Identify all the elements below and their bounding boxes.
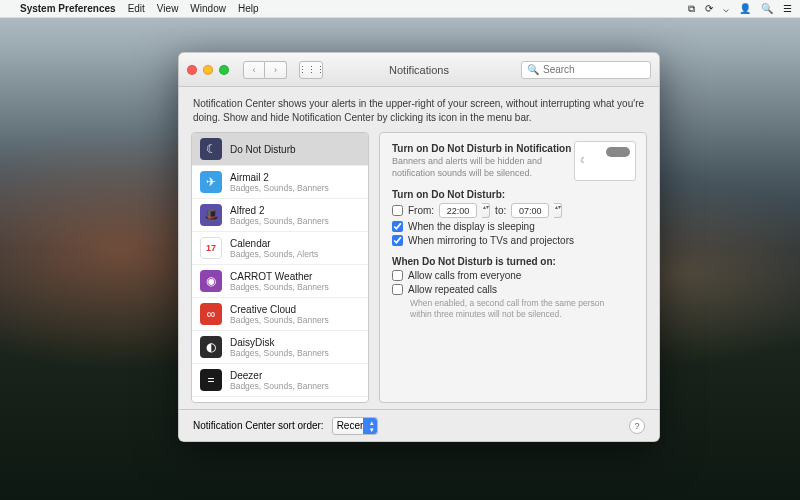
- sort-order-value: Recents: [337, 420, 374, 431]
- to-stepper[interactable]: ▴▾: [554, 203, 562, 218]
- sidebar-item-do-not-disturb[interactable]: ☾Do Not Disturb: [192, 133, 368, 166]
- menubar-item-view[interactable]: View: [157, 3, 179, 14]
- opt-repeat-row: Allow repeated calls: [392, 284, 634, 295]
- sidebar-item-sub: Badges, Sounds, Banners: [230, 282, 329, 292]
- menubar-status-icons: ⧉ ⟳ ⌵ 👤 🔍 ☰: [688, 3, 792, 15]
- search-input[interactable]: [543, 64, 645, 75]
- opt-sleep-label: When the display is sleeping: [408, 221, 535, 232]
- app-sidebar[interactable]: ☾Do Not Disturb✈Airmail 2Badges, Sounds,…: [191, 132, 369, 403]
- titlebar: ‹ › ⋮⋮⋮ Notifications 🔍: [179, 53, 659, 87]
- zoom-button[interactable]: [219, 65, 229, 75]
- sidebar-item-name: Creative Cloud: [230, 304, 329, 315]
- notification-center-icon[interactable]: ☰: [783, 3, 792, 14]
- opt-calls-label: Allow calls from everyone: [408, 270, 521, 281]
- opt-mirror-label: When mirroring to TVs and projectors: [408, 235, 574, 246]
- sidebar-item-sub: Badges, Sounds, Banners: [230, 348, 329, 358]
- section-turn-on-title: Turn on Do Not Disturb:: [392, 189, 634, 200]
- sidebar-item-creative-cloud[interactable]: ∞Creative CloudBadges, Sounds, Banners: [192, 298, 368, 331]
- sidebar-item-name: DaisyDisk: [230, 337, 329, 348]
- forward-button[interactable]: ›: [265, 61, 287, 79]
- opt-repeat-note: When enabled, a second call from the sam…: [410, 298, 610, 319]
- detail-heading-desc: Banners and alerts will be hidden and no…: [392, 156, 552, 179]
- sort-order-label: Notification Center sort order:: [193, 420, 324, 431]
- sidebar-item-dropbox[interactable]: ⧈DropboxBadges, Sounds: [192, 397, 368, 403]
- app-icon: =: [200, 369, 222, 391]
- sidebar-item-sub: Badges, Sounds, Banners: [230, 381, 329, 391]
- sidebar-item-deezer[interactable]: =DeezerBadges, Sounds, Banners: [192, 364, 368, 397]
- back-button[interactable]: ‹: [243, 61, 265, 79]
- opt-to-label: to:: [495, 205, 506, 216]
- detail-pane: Turn on Do Not Disturb in Notification C…: [379, 132, 647, 403]
- sync-status-icon[interactable]: ⟳: [705, 3, 713, 14]
- opt-from-checkbox[interactable]: [392, 205, 403, 216]
- opt-calls-row: Allow calls from everyone: [392, 270, 634, 281]
- app-icon: 17: [200, 237, 222, 259]
- opt-mirror-checkbox[interactable]: [392, 235, 403, 246]
- opt-from-label: From:: [408, 205, 434, 216]
- intro-text: Notification Center shows your alerts in…: [179, 87, 659, 132]
- sidebar-item-calendar[interactable]: 17CalendarBadges, Sounds, Alerts: [192, 232, 368, 265]
- spotlight-icon[interactable]: 🔍: [761, 3, 773, 14]
- sidebar-item-name: Dropbox: [230, 403, 292, 404]
- opt-sleep-row: When the display is sleeping: [392, 221, 634, 232]
- search-icon: 🔍: [527, 64, 539, 75]
- app-icon: ◉: [200, 270, 222, 292]
- opt-repeat-label: Allow repeated calls: [408, 284, 497, 295]
- menubar-item-window[interactable]: Window: [190, 3, 226, 14]
- help-button[interactable]: ?: [629, 418, 645, 434]
- sidebar-item-alfred-2[interactable]: 🎩Alfred 2Badges, Sounds, Banners: [192, 199, 368, 232]
- sidebar-item-sub: Badges, Sounds, Banners: [230, 183, 329, 193]
- menubar-app-name[interactable]: System Preferences: [20, 3, 116, 14]
- app-icon: ◐: [200, 336, 222, 358]
- sidebar-item-carrot-weather[interactable]: ◉CARROT WeatherBadges, Sounds, Banners: [192, 265, 368, 298]
- traffic-lights: [187, 65, 229, 75]
- sidebar-item-name: CARROT Weather: [230, 271, 329, 282]
- app-icon: ✈: [200, 171, 222, 193]
- sidebar-item-name: Alfred 2: [230, 205, 329, 216]
- sidebar-item-sub: Badges, Sounds, Alerts: [230, 249, 318, 259]
- sidebar-item-name: Airmail 2: [230, 172, 329, 183]
- sidebar-item-name: Deezer: [230, 370, 329, 381]
- sort-order-select[interactable]: Recents ▴▾: [332, 417, 379, 435]
- menubar-item-help[interactable]: Help: [238, 3, 259, 14]
- sidebar-item-airmail-2[interactable]: ✈Airmail 2Badges, Sounds, Banners: [192, 166, 368, 199]
- section-when-on-title: When Do Not Disturb is turned on:: [392, 256, 634, 267]
- chevron-updown-icon: ▴▾: [370, 419, 374, 433]
- opt-calls-checkbox[interactable]: [392, 270, 403, 281]
- menubar-item-edit[interactable]: Edit: [128, 3, 145, 14]
- sidebar-item-name: Calendar: [230, 238, 318, 249]
- sidebar-item-daisydisk[interactable]: ◐DaisyDiskBadges, Sounds, Banners: [192, 331, 368, 364]
- opt-from-row: From: 22:00▴▾ to: 07:00▴▾: [392, 203, 634, 218]
- minimize-button[interactable]: [203, 65, 213, 75]
- user-status-icon[interactable]: 👤: [739, 3, 751, 14]
- from-time-field[interactable]: 22:00: [439, 203, 477, 218]
- sidebar-item-sub: Badges, Sounds, Banners: [230, 216, 329, 226]
- dropbox-status-icon[interactable]: ⧉: [688, 3, 695, 15]
- preferences-window: ‹ › ⋮⋮⋮ Notifications 🔍 Notification Cen…: [178, 52, 660, 442]
- sidebar-item-sub: Badges, Sounds, Banners: [230, 315, 329, 325]
- menubar: System Preferences Edit View Window Help…: [0, 0, 800, 18]
- to-time-field[interactable]: 07:00: [511, 203, 549, 218]
- app-icon: ☾: [200, 138, 222, 160]
- search-field[interactable]: 🔍: [521, 61, 651, 79]
- wifi-status-icon[interactable]: ⌵: [723, 3, 729, 14]
- close-button[interactable]: [187, 65, 197, 75]
- notification-preview: [574, 141, 636, 181]
- footer: Notification Center sort order: Recents …: [179, 409, 659, 441]
- from-stepper[interactable]: ▴▾: [482, 203, 490, 218]
- app-icon: ∞: [200, 303, 222, 325]
- sidebar-item-name: Do Not Disturb: [230, 144, 296, 155]
- opt-mirror-row: When mirroring to TVs and projectors: [392, 235, 634, 246]
- show-all-button[interactable]: ⋮⋮⋮: [299, 61, 323, 79]
- app-icon: ⧈: [200, 402, 222, 403]
- opt-repeat-checkbox[interactable]: [392, 284, 403, 295]
- app-icon: 🎩: [200, 204, 222, 226]
- opt-sleep-checkbox[interactable]: [392, 221, 403, 232]
